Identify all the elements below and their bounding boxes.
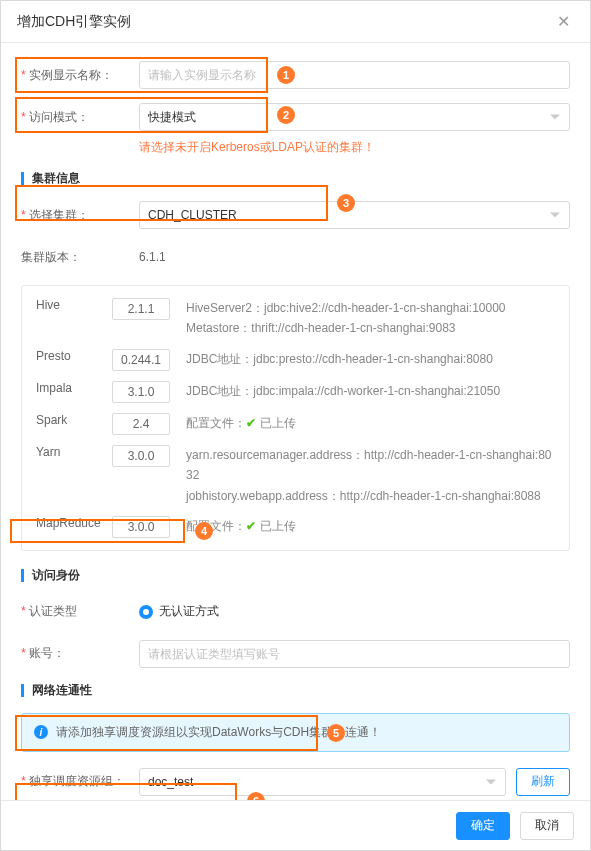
component-hive: Hive 2.1.1 HiveServer2：jdbc:hive2://cdh-… [36, 298, 555, 339]
refresh-button[interactable]: 刷新 [516, 768, 570, 796]
hive-desc-2: Metastore：thrift://cdh-header-1-cn-shang… [186, 318, 555, 338]
mapreduce-uploaded: 已上传 [260, 519, 296, 533]
impala-desc: JDBC地址：jdbc:impala://cdh-worker-1-cn-sha… [186, 381, 555, 401]
row-resource-group: 独享调度资源组： doc_test 刷新 [21, 768, 570, 796]
annotation-badge-3: 3 [337, 194, 355, 212]
modal-dialog: 增加CDH引擎实例 ✕ 1 2 3 4 5 6 实例显示名称： 访问模式： 快捷… [0, 0, 591, 851]
impala-version: 3.1.0 [112, 381, 170, 403]
check-icon: ✔ [246, 416, 256, 430]
spark-desc: 配置文件：✔已上传 [186, 413, 555, 433]
section-network: 网络连通性 [21, 682, 570, 699]
mapreduce-name: MapReduce [36, 516, 112, 530]
component-yarn: Yarn 3.0.0 yarn.resourcemanager.address：… [36, 445, 555, 506]
close-icon[interactable]: ✕ [553, 8, 574, 35]
yarn-desc-1: yarn.resourcemanager.address：http://cdh-… [186, 445, 555, 486]
label-auth-type: 认证类型 [21, 603, 139, 620]
auth-type-value: 无认证方式 [159, 603, 219, 620]
presto-desc: JDBC地址：jdbc:presto://cdh-header-1-cn-sha… [186, 349, 555, 369]
spark-name: Spark [36, 413, 112, 427]
component-presto: Presto 0.244.1 JDBC地址：jdbc:presto://cdh-… [36, 349, 555, 371]
cancel-button[interactable]: 取消 [520, 812, 574, 840]
row-select-cluster: 选择集群： CDH_CLUSTER [21, 201, 570, 229]
account-input[interactable] [139, 640, 570, 668]
spark-version: 2.4 [112, 413, 170, 435]
row-instance-name: 实例显示名称： [21, 61, 570, 89]
hive-version: 2.1.1 [112, 298, 170, 320]
component-impala: Impala 3.1.0 JDBC地址：jdbc:impala://cdh-wo… [36, 381, 555, 403]
annotation-badge-1: 1 [277, 66, 295, 84]
presto-name: Presto [36, 349, 112, 363]
component-spark: Spark 2.4 配置文件：✔已上传 [36, 413, 555, 435]
modal-header: 增加CDH引擎实例 ✕ [1, 1, 590, 43]
modal-title: 增加CDH引擎实例 [17, 13, 131, 31]
cluster-components-box: Hive 2.1.1 HiveServer2：jdbc:hive2://cdh-… [21, 285, 570, 551]
label-account: 账号： [21, 645, 139, 662]
section-cluster-info: 集群信息 [21, 170, 570, 187]
component-mapreduce: MapReduce 3.0.0 配置文件：✔已上传 [36, 516, 555, 538]
network-alert: i 请添加独享调度资源组以实现DataWorks与CDH集群的连通！ [21, 713, 570, 752]
label-access-mode: 访问模式： [21, 109, 139, 126]
label-select-cluster: 选择集群： [21, 207, 139, 224]
check-icon: ✔ [246, 519, 256, 533]
ok-button[interactable]: 确定 [456, 812, 510, 840]
annotation-badge-5: 5 [327, 724, 345, 742]
auth-type-radio[interactable]: 无认证方式 [139, 603, 219, 620]
hive-desc: HiveServer2：jdbc:hive2://cdh-header-1-cn… [186, 298, 555, 339]
row-cluster-version: 集群版本： 6.1.1 [21, 243, 570, 271]
resource-group-select[interactable]: doc_test [139, 768, 506, 796]
spark-desc-label: 配置文件： [186, 416, 246, 430]
yarn-desc-2: jobhistory.webapp.address：http://cdh-hea… [186, 486, 555, 506]
annotation-badge-4: 4 [195, 522, 213, 540]
modal-body[interactable]: 1 2 3 4 5 6 实例显示名称： 访问模式： 快捷模式 请选择未开启Ker… [1, 43, 590, 800]
yarn-name: Yarn [36, 445, 112, 459]
row-auth-type: 认证类型 无认证方式 [21, 598, 570, 626]
label-cluster-version: 集群版本： [21, 249, 139, 266]
yarn-version: 3.0.0 [112, 445, 170, 467]
spark-uploaded: 已上传 [260, 416, 296, 430]
row-access-mode: 访问模式： 快捷模式 [21, 103, 570, 131]
yarn-desc: yarn.resourcemanager.address：http://cdh-… [186, 445, 555, 506]
mapreduce-version: 3.0.0 [112, 516, 170, 538]
access-mode-select[interactable]: 快捷模式 [139, 103, 570, 131]
section-identity: 访问身份 [21, 567, 570, 584]
cluster-version-value: 6.1.1 [139, 250, 166, 264]
hive-name: Hive [36, 298, 112, 312]
label-resource-group: 独享调度资源组： [21, 773, 139, 790]
info-icon: i [34, 725, 48, 739]
mapreduce-desc: 配置文件：✔已上传 [186, 516, 555, 536]
instance-name-input[interactable] [139, 61, 570, 89]
hive-desc-1: HiveServer2：jdbc:hive2://cdh-header-1-cn… [186, 298, 555, 318]
presto-version: 0.244.1 [112, 349, 170, 371]
modal-footer: 确定 取消 [1, 800, 590, 850]
label-instance-name: 实例显示名称： [21, 67, 139, 84]
radio-icon [139, 605, 153, 619]
impala-name: Impala [36, 381, 112, 395]
annotation-badge-2: 2 [277, 106, 295, 124]
row-account: 账号： [21, 640, 570, 668]
access-mode-hint: 请选择未开启Kerberos或LDAP认证的集群！ [139, 139, 570, 156]
